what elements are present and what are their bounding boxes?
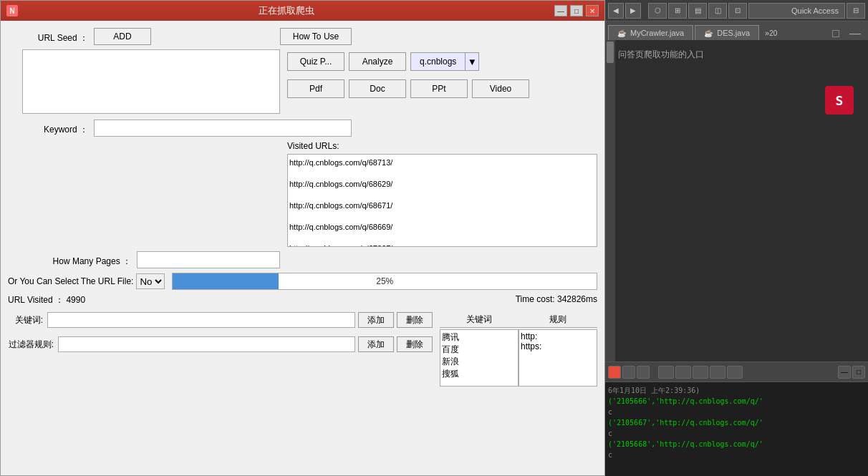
- window-title: 正在抓取爬虫: [18, 4, 554, 17]
- filter-add-button[interactable]: 添加: [358, 336, 394, 352]
- time-cost-stats: Time cost: 342826ms: [516, 294, 597, 306]
- rules-column: http: https:: [519, 329, 597, 387]
- keyword-row-item: 新浪: [442, 356, 516, 368]
- url-visited-label: URL Visited ：: [8, 295, 64, 305]
- ide-forward-btn[interactable]: ▶: [625, 3, 641, 19]
- quick-access-label: Quick Access: [791, 6, 839, 15]
- action-buttons-row2: Pdf Doc PPt Video: [287, 79, 529, 98]
- close-button[interactable]: ✕: [586, 5, 599, 16]
- console-stop-btn[interactable]: [608, 366, 621, 379]
- ide-back-btn[interactable]: ◀: [608, 3, 624, 19]
- console-filter-btn[interactable]: [658, 366, 674, 379]
- doc-button[interactable]: Doc: [349, 79, 406, 98]
- keyword-del-button[interactable]: 删除: [397, 312, 433, 328]
- console-output: 6年1月10日 上午2:39:36) ('2105666','http://q.…: [605, 382, 868, 476]
- minimize-button[interactable]: —: [554, 5, 567, 16]
- dropdown-main-button[interactable]: q.cnblogs: [410, 52, 465, 71]
- visited-url-item: http://q.cnblogs.com/q/68669/: [289, 220, 595, 233]
- keyword-row-item: 百度: [442, 344, 516, 356]
- rule-row-item: https:: [521, 341, 595, 351]
- console-line2: c: [608, 407, 865, 417]
- pages-label: How Many Pages ：: [8, 253, 137, 268]
- progress-bar: 25%: [172, 273, 597, 290]
- visited-urls-list: http://q.cnblogs.com/q/68713/ http://q.c…: [287, 154, 597, 247]
- url-textarea[interactable]: [22, 49, 280, 114]
- progress-fill: [173, 273, 279, 289]
- filter-del-button[interactable]: 删除: [397, 336, 433, 352]
- bottom-section: 关键词: 添加 删除 过滤器规则: 添加 删除 关键词: [8, 312, 597, 387]
- console-line3: ('2105667','http://q.cnblogs.com/q/': [608, 417, 865, 428]
- time-cost-label: Time cost:: [516, 294, 555, 304]
- visited-url-item: http://q.cnblogs.com/q/67967/: [289, 242, 595, 247]
- minimize-editor-btn[interactable]: —: [845, 27, 865, 40]
- keyword-row-item: 腾讯: [442, 331, 516, 344]
- ide-grid-btn[interactable]: ⊟: [847, 3, 865, 19]
- code-editor[interactable]: 问答页爬取功能的入口 S: [615, 40, 868, 361]
- keywords-column: 腾讯 百度 新浪 搜狐: [440, 329, 519, 387]
- ide-toolbar: ◀ ▶ ⬡ ⊞ ▤ ◫ ⊡ Quick Access ⊟: [605, 0, 868, 21]
- maximize-editor-btn[interactable]: □: [828, 27, 844, 40]
- keyword-add-row: 关键词: 添加 删除: [8, 312, 433, 328]
- console-btn3[interactable]: [637, 366, 650, 379]
- console-expand-btn[interactable]: [727, 366, 743, 379]
- console-line6: c: [608, 450, 865, 460]
- maximize-button[interactable]: □: [570, 5, 583, 16]
- keyword-label: Keyword ：: [8, 121, 94, 136]
- console-toolbar: — □: [605, 362, 868, 382]
- table-header: 关键词 规则: [440, 312, 597, 328]
- tab-des[interactable]: ☕ DES.java: [695, 25, 759, 40]
- rule-row-item: http:: [521, 331, 595, 341]
- url-seed-row: URL Seed ： ADD How To Use: [8, 28, 597, 45]
- console-scroll-btn[interactable]: [710, 366, 725, 379]
- visited-url-item: http://q.cnblogs.com/q/68671/: [289, 199, 595, 212]
- console-line5: ('2105668','http://q.cnblogs.com/q/': [608, 439, 865, 450]
- pages-row: How Many Pages ： 20000: [8, 251, 597, 268]
- code-line: 问答页爬取功能的入口: [618, 49, 865, 60]
- scrollbar-left[interactable]: [605, 40, 615, 361]
- quick-access-bar[interactable]: Quick Access: [748, 3, 845, 19]
- url-visited-stats: URL Visited ： 4990: [8, 294, 85, 306]
- ide-tool-btn1[interactable]: ⬡: [648, 3, 667, 19]
- sohu-logo: S: [825, 86, 854, 115]
- how-to-use-button[interactable]: How To Use: [280, 28, 352, 45]
- ppt-button[interactable]: PPt: [410, 79, 468, 98]
- keyword-add-input[interactable]: [47, 312, 355, 328]
- code-comment: 问答页爬取功能的入口: [618, 49, 704, 59]
- analyze-button[interactable]: Analyze: [349, 52, 406, 71]
- ide-panel: ◀ ▶ ⬡ ⊞ ▤ ◫ ⊡ Quick Access ⊟ ☕ MyCrawler…: [605, 0, 868, 476]
- filter-label: 过滤器规则:: [8, 339, 58, 351]
- console-maximize-btn[interactable]: □: [852, 366, 865, 379]
- quiz-button[interactable]: Quiz P...: [287, 52, 344, 71]
- console-close-btn[interactable]: —: [838, 366, 851, 379]
- add-button[interactable]: ADD: [94, 28, 151, 45]
- title-bar: N 正在抓取爬虫 — □ ✕: [1, 1, 604, 21]
- ide-tool-btn4[interactable]: ◫: [708, 3, 727, 19]
- pages-input[interactable]: 20000: [137, 251, 280, 268]
- console-clear-btn[interactable]: [693, 366, 708, 379]
- keyword-row: Keyword ：: [8, 120, 597, 137]
- ide-tool-btn2[interactable]: ⊞: [668, 3, 687, 19]
- url-file-select[interactable]: No: [136, 273, 165, 289]
- tab-mycrawler-label: MyCrawler.java: [630, 29, 684, 37]
- window-controls: — □ ✕: [554, 5, 599, 16]
- time-cost-value: 342826ms: [557, 294, 597, 304]
- keyword-input[interactable]: [94, 120, 352, 137]
- console-btn2[interactable]: [622, 366, 635, 379]
- keyword-add-button[interactable]: 添加: [358, 312, 394, 328]
- filter-row: 过滤器规则: 添加 删除: [8, 336, 433, 352]
- dropdown-arrow-button[interactable]: ▼: [465, 52, 479, 71]
- ide-tool-btn3[interactable]: ▤: [688, 3, 707, 19]
- more-tabs-btn[interactable]: »20: [761, 26, 781, 40]
- video-button[interactable]: Video: [472, 79, 529, 98]
- ide-console: — □ 6年1月10日 上午2:39:36) ('2105666','http:…: [605, 361, 868, 476]
- filter-input[interactable]: [58, 336, 355, 352]
- ide-tool-btn5[interactable]: ⊡: [728, 3, 747, 19]
- visited-url-item: http://q.cnblogs.com/q/68629/: [289, 178, 595, 190]
- java-icon2: ☕: [704, 29, 713, 37]
- pdf-button[interactable]: Pdf: [287, 79, 344, 98]
- url-file-label: Or You Can Select The URL File:: [8, 276, 136, 286]
- tab-mycrawler[interactable]: ☕ MyCrawler.java: [608, 25, 693, 40]
- console-timestamp: 6年1月10日 上午2:39:36): [608, 385, 865, 396]
- console-wrap-btn[interactable]: [675, 366, 691, 379]
- crawler-app: N 正在抓取爬虫 — □ ✕ URL Seed ： ADD How To Use: [0, 0, 605, 476]
